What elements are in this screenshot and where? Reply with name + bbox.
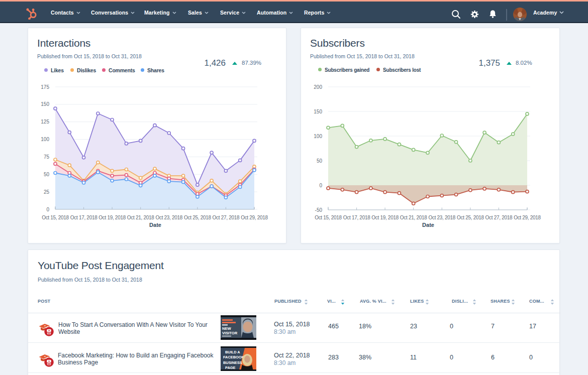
svg-text:Date: Date xyxy=(422,222,434,228)
svg-text:0: 0 xyxy=(46,207,49,212)
svg-text:125: 125 xyxy=(41,119,49,124)
svg-text:Oct 27, 2018: Oct 27, 2018 xyxy=(485,215,513,220)
svg-text:Oct 23, 2018: Oct 23, 2018 xyxy=(155,215,182,220)
svg-text:Oct 27, 2018: Oct 27, 2018 xyxy=(213,215,240,220)
svg-text:BUILD A: BUILD A xyxy=(225,350,240,354)
svg-text:100: 100 xyxy=(314,134,322,139)
svg-text:25: 25 xyxy=(44,189,50,195)
svg-text:-50: -50 xyxy=(315,207,323,213)
svg-text:Oct 17, 2018: Oct 17, 2018 xyxy=(343,215,370,220)
svg-text:FACEBOOK: FACEBOOK xyxy=(223,355,245,359)
svg-text:75: 75 xyxy=(44,154,50,160)
svg-text:50: 50 xyxy=(44,172,50,177)
svg-text:Oct 15, 2018: Oct 15, 2018 xyxy=(315,215,342,220)
svg-text:200: 200 xyxy=(314,84,322,90)
svg-text:Oct 25, 2018: Oct 25, 2018 xyxy=(184,215,211,220)
svg-text:Oct 15, 2018: Oct 15, 2018 xyxy=(42,215,69,220)
svg-text:PAGE: PAGE xyxy=(225,365,235,370)
svg-text:0: 0 xyxy=(319,183,322,188)
svg-text:Oct 21, 2018: Oct 21, 2018 xyxy=(127,215,154,220)
svg-text:Oct 25, 2018: Oct 25, 2018 xyxy=(457,215,484,220)
svg-text:150: 150 xyxy=(41,101,49,107)
svg-text:Date: Date xyxy=(149,222,161,228)
svg-text:BUSINESS: BUSINESS xyxy=(223,360,242,365)
svg-text:Oct 17, 2018: Oct 17, 2018 xyxy=(70,215,97,220)
svg-text:175: 175 xyxy=(41,84,49,90)
svg-text:50: 50 xyxy=(317,158,323,164)
svg-text:150: 150 xyxy=(314,109,322,114)
svg-text:Oct 29, 2018: Oct 29, 2018 xyxy=(514,215,541,220)
svg-text:Oct 19, 2018: Oct 19, 2018 xyxy=(99,215,126,220)
svg-text:Oct 29, 2018: Oct 29, 2018 xyxy=(241,215,268,220)
svg-text:Oct 19, 2018: Oct 19, 2018 xyxy=(371,215,399,220)
svg-text:Oct 23, 2018: Oct 23, 2018 xyxy=(428,215,455,220)
svg-text:100: 100 xyxy=(41,137,49,142)
svg-text:VISITOR: VISITOR xyxy=(222,331,238,335)
svg-text:Oct 21, 2018: Oct 21, 2018 xyxy=(400,215,427,220)
